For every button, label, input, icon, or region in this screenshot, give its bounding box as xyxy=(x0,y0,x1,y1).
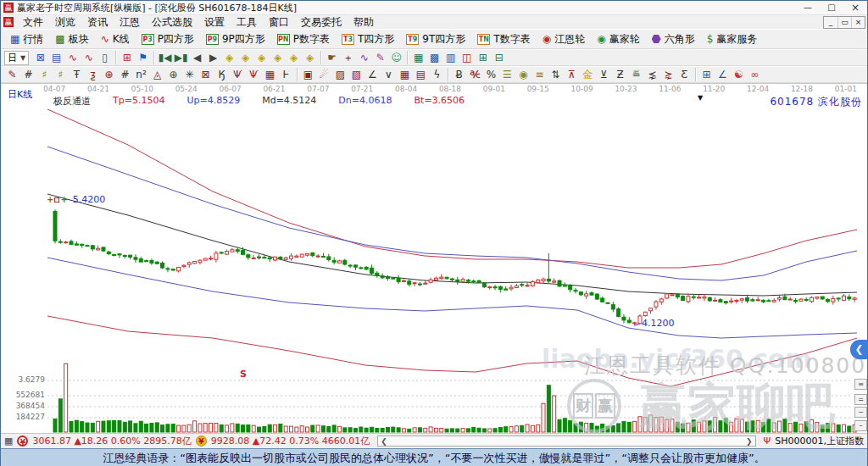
export-icon[interactable]: ⊞ xyxy=(475,51,491,65)
sectors-button[interactable]: ▩板块 xyxy=(49,31,94,47)
draw-grid2-icon[interactable]: ▧ xyxy=(348,68,364,82)
page-dropdown-icon[interactable]: ▯ xyxy=(97,51,113,65)
gold-circle-icon[interactable]: ◉ xyxy=(515,68,531,82)
angle-f-icon[interactable]: Ƹ xyxy=(676,68,693,82)
gann-grid2-icon[interactable]: ♯ xyxy=(53,68,69,82)
mdi-close-button[interactable]: × xyxy=(851,17,865,28)
gold-box2-icon[interactable]: 金 xyxy=(580,68,596,82)
calculator-icon[interactable]: ▩ xyxy=(426,51,442,65)
menu-item-资讯[interactable]: 资讯 xyxy=(81,16,114,28)
menu-item-江恩[interactable]: 江恩 xyxy=(114,16,146,28)
close-button[interactable]: × xyxy=(843,1,867,14)
pane-split-1-button[interactable]: − xyxy=(854,407,867,418)
draw-grid4-icon[interactable]: ▤ xyxy=(413,68,429,82)
diamond-nav4-icon[interactable]: ◈ xyxy=(270,51,286,65)
pane-split-2-button[interactable]: = xyxy=(854,394,867,405)
p9-square-button[interactable]: P99P四方形 xyxy=(200,31,271,47)
draw-grid3-icon[interactable]: ▦ xyxy=(397,68,413,82)
diamond-nav2-icon[interactable]: ◈ xyxy=(237,51,253,65)
draw-rect-icon[interactable]: ▣ xyxy=(300,68,316,82)
pen-icon[interactable]: ✎ xyxy=(372,51,388,65)
angle-e-icon[interactable]: ⋩ xyxy=(660,68,676,82)
mdi-minimize-button[interactable]: _ xyxy=(824,17,837,28)
diamond-nav3-icon[interactable]: ◈ xyxy=(253,51,270,65)
menu-item-帮助[interactable]: 帮助 xyxy=(348,16,380,28)
quotes-button[interactable]: ▦行情 xyxy=(4,31,49,47)
next-bar-icon[interactable]: ▶ xyxy=(205,51,221,65)
window-arrange-icon[interactable]: ⊠ xyxy=(32,51,48,65)
draw-fan-icon[interactable]: ☄ xyxy=(316,68,332,82)
scroll-left-icon[interactable]: ❮ xyxy=(381,437,387,446)
maximize-button[interactable]: □ xyxy=(820,1,843,14)
percent-icon[interactable]: % xyxy=(483,68,499,82)
first-bar-icon[interactable]: ▮◀ xyxy=(157,51,173,65)
menu-item-窗口[interactable]: 窗口 xyxy=(263,16,295,28)
winner-service-button[interactable]: $赢家服务 xyxy=(701,31,764,47)
pane-split-0-button[interactable]: – xyxy=(854,420,867,431)
period-dropdown[interactable]: 日 ▼ xyxy=(4,51,29,65)
draw-wave-icon[interactable]: ∨ xyxy=(381,68,397,82)
gold-line-icon[interactable]: ≡ xyxy=(531,68,548,82)
winner-wheel-button[interactable]: ◉赢家轮 xyxy=(591,31,645,47)
tian-grid-icon[interactable]: ⊞ xyxy=(698,68,715,82)
gann-box-icon[interactable]: ⊠ xyxy=(198,68,214,82)
menu-item-公式选股[interactable]: 公式选股 xyxy=(146,16,198,28)
draw-angle-icon[interactable]: ∠ xyxy=(364,68,381,82)
calendar-icon[interactable]: ▦ xyxy=(410,51,426,65)
menu-item-工具[interactable]: 工具 xyxy=(231,16,263,28)
box-gold-icon[interactable]: ⊼ xyxy=(564,68,580,82)
menu-item-浏览[interactable]: 浏览 xyxy=(49,16,81,28)
gann-hash1-icon[interactable]: # xyxy=(20,68,36,82)
pct-line-icon[interactable]: ☰ xyxy=(499,68,515,82)
diamond-nav6-icon[interactable]: ◈ xyxy=(302,51,318,65)
flag-icon[interactable]: ⚑ xyxy=(135,51,151,65)
t-digit-table-button[interactable]: TNT数字表 xyxy=(471,31,536,47)
gann-grid3-icon[interactable]: ▦ xyxy=(262,68,278,82)
sz-index-quote[interactable]: 9928.08 ▲72.42 0.73% 4660.01亿 xyxy=(211,435,370,447)
p-digit-table-button[interactable]: PNP数字表 xyxy=(271,31,336,47)
gann-spiral-icon[interactable]: ƺ xyxy=(85,68,101,82)
arrow-note-icon[interactable]: ⇅ xyxy=(548,68,564,82)
menu-item-设置[interactable]: 设置 xyxy=(198,16,231,28)
send-icon[interactable]: ⊟ xyxy=(491,51,507,65)
grid-icon[interactable]: ▦ xyxy=(4,435,13,447)
hand-icon[interactable]: ☛ xyxy=(324,51,340,65)
minimize-button[interactable]: — xyxy=(796,1,820,14)
gann-tbar-icon[interactable]: Ŧ xyxy=(69,68,85,82)
yinyang-icon[interactable]: ☯ xyxy=(731,68,747,82)
gann-tick-icon[interactable]: Ͱ xyxy=(278,68,294,82)
hexagon-button[interactable]: 六角形 xyxy=(646,31,701,47)
mdi-restore-button[interactable]: ▭ xyxy=(837,17,851,28)
menu-item-文件[interactable]: 文件 xyxy=(17,16,49,28)
t-square-button[interactable]: T3T四方形 xyxy=(336,31,400,47)
ratio-icon[interactable]: Ƀ xyxy=(451,68,467,82)
prev-bar-icon[interactable]: ◀ xyxy=(189,51,205,65)
trend-small2-icon[interactable]: ∿ xyxy=(81,51,97,65)
draw-s-icon[interactable]: ϟ xyxy=(429,68,445,82)
gann-fork2-icon[interactable]: Ѱ xyxy=(246,68,262,82)
gann-target-icon[interactable]: ⊕ xyxy=(165,68,181,82)
panel-icon[interactable]: ▥ xyxy=(442,51,459,65)
save-icon[interactable]: ◫ xyxy=(459,51,475,65)
lattice-icon[interactable]: ⊞ xyxy=(119,51,135,65)
note-icon[interactable]: ▤ xyxy=(48,51,64,65)
smiley-icon[interactable]: ☺ xyxy=(388,51,404,65)
diamond-nav1-icon[interactable]: ◈ xyxy=(221,51,237,65)
t9-square-button[interactable]: T99T四方形 xyxy=(400,31,471,47)
gann-star-icon[interactable]: ✳ xyxy=(181,68,198,82)
diamond-nav5-icon[interactable]: ◈ xyxy=(286,51,302,65)
menu-item-交易委托[interactable]: 交易委托 xyxy=(295,16,348,28)
last-bar-icon[interactable]: ▶▮ xyxy=(173,51,189,65)
angle-a-icon[interactable]: ⊻ xyxy=(596,68,612,82)
angle-b-icon[interactable]: Ƶ xyxy=(612,68,628,82)
compare-icon[interactable]: ∠ xyxy=(715,68,731,82)
collapse-panel-button[interactable]: ❮ xyxy=(850,340,868,359)
scroll-right-icon[interactable]: ❯ xyxy=(746,437,753,446)
zigzag-icon[interactable]: ∿ xyxy=(356,51,372,65)
draw-grid-icon[interactable]: ▨ xyxy=(332,68,348,82)
current-index-label[interactable]: SH000001,上证指数 xyxy=(775,435,864,447)
gann-hash2-icon[interactable]: # xyxy=(117,68,133,82)
gann-grid1-icon[interactable]: ♯ xyxy=(36,68,53,82)
infinity-icon[interactable]: ∞ xyxy=(747,68,763,82)
gann-k-icon[interactable]: Ӄ xyxy=(214,68,230,82)
